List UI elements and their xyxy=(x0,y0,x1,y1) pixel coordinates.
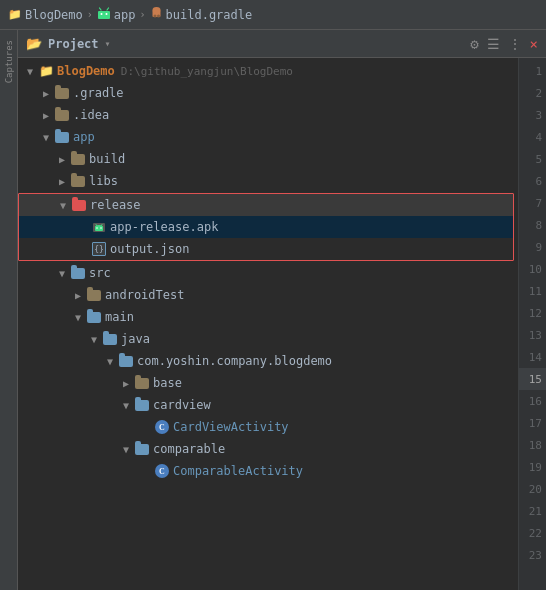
tree-row-app[interactable]: ▼ app xyxy=(18,126,518,148)
more-icon[interactable]: ⋮ xyxy=(508,36,522,52)
line-22: 22 xyxy=(519,522,546,544)
tree-row-comparableactivity[interactable]: C ComparableActivity xyxy=(18,460,518,482)
gradle-dir-toggle[interactable]: ▶ xyxy=(38,85,54,101)
idea-toggle[interactable]: ▶ xyxy=(38,107,54,123)
json-icon: {} xyxy=(91,241,107,257)
tree-row-root[interactable]: ▼ 📁 BlogDemo D:\github_yangjun\BlogDemo xyxy=(18,60,518,82)
line-1: 1 xyxy=(519,60,546,82)
tree-row-package[interactable]: ▼ com.yoshin.company.blogdemo xyxy=(18,350,518,372)
breadcrumb-app[interactable]: app xyxy=(97,6,136,23)
root-path: D:\github_yangjun\BlogDemo xyxy=(121,65,293,78)
java-label: java xyxy=(121,332,150,346)
svg-rect-11 xyxy=(95,226,103,231)
captures-tab[interactable]: Captures xyxy=(2,36,16,87)
breadcrumb-bar: 📁 BlogDemo › app › build.gradle xyxy=(0,0,546,30)
main-toggle[interactable]: ▼ xyxy=(70,309,86,325)
gradle-icon xyxy=(150,6,163,23)
idea-icon xyxy=(54,107,70,123)
line-16: 16 xyxy=(519,390,546,412)
line-8: 8 xyxy=(519,214,546,236)
svg-line-3 xyxy=(99,8,101,10)
line-13: 13 xyxy=(519,324,546,346)
breadcrumb-sep-2: › xyxy=(140,9,146,20)
cardview-toggle[interactable]: ▼ xyxy=(118,397,134,413)
svg-line-4 xyxy=(107,8,109,10)
tree-row-libs[interactable]: ▶ libs xyxy=(18,170,518,192)
project-icon: 📁 xyxy=(8,8,22,21)
build-toggle[interactable]: ▶ xyxy=(54,151,70,167)
line-4: 4 xyxy=(519,126,546,148)
cardview-icon xyxy=(134,397,150,413)
package-toggle[interactable]: ▼ xyxy=(102,353,118,369)
tree-row-cardviewactivity[interactable]: C CardViewActivity xyxy=(18,416,518,438)
line-23: 23 xyxy=(519,544,546,566)
root-toggle[interactable]: ▼ xyxy=(22,63,38,79)
cardviewactivity-label: CardViewActivity xyxy=(173,420,289,434)
androidtest-toggle[interactable]: ▶ xyxy=(70,287,86,303)
release-toggle[interactable]: ▼ xyxy=(55,197,71,213)
panel-title: Project xyxy=(48,37,99,51)
idea-label: .idea xyxy=(73,108,109,122)
libs-toggle[interactable]: ▶ xyxy=(54,173,70,189)
tree-row-cardview[interactable]: ▼ cardview xyxy=(18,394,518,416)
main-label: main xyxy=(105,310,134,324)
main-area: Captures 📂 Project ▾ ⚙ ☰ ⋮ × ▼ xyxy=(0,30,546,590)
apk-spacer xyxy=(75,219,91,235)
tree-row-comparable[interactable]: ▼ comparable xyxy=(18,438,518,460)
close-icon[interactable]: × xyxy=(530,36,538,52)
release-folder-icon xyxy=(71,197,87,213)
layout-icon[interactable]: ☰ xyxy=(487,36,500,52)
tree-row-java[interactable]: ▼ java xyxy=(18,328,518,350)
tree-row-idea[interactable]: ▶ .idea xyxy=(18,104,518,126)
tree-row-src[interactable]: ▼ src xyxy=(18,262,518,284)
cardviewactivity-icon: C xyxy=(154,419,170,435)
line-20: 20 xyxy=(519,478,546,500)
svg-point-8 xyxy=(157,15,160,18)
package-label: com.yoshin.company.blogdemo xyxy=(137,354,332,368)
line-21: 21 xyxy=(519,500,546,522)
release-group: ▼ release xyxy=(18,193,514,261)
svg-point-7 xyxy=(153,15,156,18)
tree-row-main[interactable]: ▼ main xyxy=(18,306,518,328)
tree-row-json[interactable]: {} output.json xyxy=(19,238,513,260)
line-14: 14 xyxy=(519,346,546,368)
root-folder-icon: 📁 xyxy=(38,63,54,79)
svg-point-12 xyxy=(96,227,98,229)
app-toggle[interactable]: ▼ xyxy=(38,129,54,145)
comparableactivity-label: ComparableActivity xyxy=(173,464,303,478)
line-5: 5 xyxy=(519,148,546,170)
apk-label: app-release.apk xyxy=(110,220,218,234)
panel-dropdown[interactable]: ▾ xyxy=(105,38,111,49)
line-19: 19 xyxy=(519,456,546,478)
tree-row-gradle-dir[interactable]: ▶ .gradle xyxy=(18,82,518,104)
build-label: build xyxy=(89,152,125,166)
base-toggle[interactable]: ▶ xyxy=(118,375,134,391)
build-icon xyxy=(70,151,86,167)
app-label: app xyxy=(73,130,95,144)
tree-row-base[interactable]: ▶ base xyxy=(18,372,518,394)
tree-row-apk[interactable]: app-release.apk xyxy=(19,216,513,238)
release-label: release xyxy=(90,198,141,212)
line-6: 6 xyxy=(519,170,546,192)
line-numbers: 1 2 3 4 5 6 7 8 9 10 11 12 13 14 15 16 1… xyxy=(518,58,546,590)
apk-icon xyxy=(91,219,107,235)
tree-area: ▼ 📁 BlogDemo D:\github_yangjun\BlogDemo … xyxy=(18,58,546,590)
line-3: 3 xyxy=(519,104,546,126)
settings-icon[interactable]: ⚙ xyxy=(470,36,478,52)
java-icon xyxy=(102,331,118,347)
src-toggle[interactable]: ▼ xyxy=(54,265,70,281)
tree-row-build[interactable]: ▶ build xyxy=(18,148,518,170)
root-label: BlogDemo xyxy=(57,64,115,78)
package-icon xyxy=(118,353,134,369)
gradle-dir-label: .gradle xyxy=(73,86,124,100)
tree-row-androidtest[interactable]: ▶ androidTest xyxy=(18,284,518,306)
comparable-toggle[interactable]: ▼ xyxy=(118,441,134,457)
tree-row-release[interactable]: ▼ release xyxy=(19,194,513,216)
java-toggle[interactable]: ▼ xyxy=(86,331,102,347)
main-icon xyxy=(86,309,102,325)
breadcrumb-project[interactable]: 📁 BlogDemo xyxy=(8,8,83,22)
project-panel: 📂 Project ▾ ⚙ ☰ ⋮ × ▼ 📁 xyxy=(18,30,546,590)
breadcrumb-gradle[interactable]: build.gradle xyxy=(150,6,253,23)
project-tree: ▼ 📁 BlogDemo D:\github_yangjun\BlogDemo … xyxy=(18,58,518,590)
androidtest-icon xyxy=(86,287,102,303)
